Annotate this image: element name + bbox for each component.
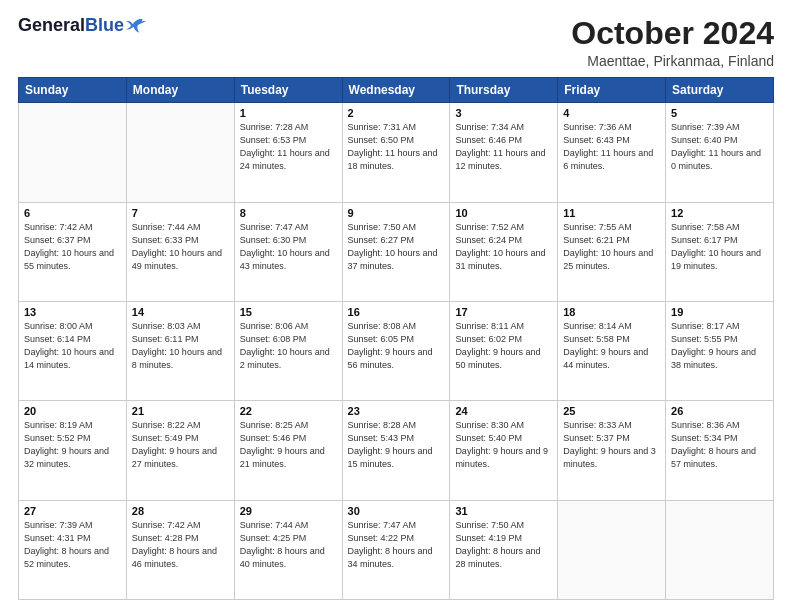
- day-detail: Sunrise: 8:11 AMSunset: 6:02 PMDaylight:…: [455, 320, 552, 372]
- day-detail: Sunrise: 7:39 AMSunset: 4:31 PMDaylight:…: [24, 519, 121, 571]
- weekday-header-wednesday: Wednesday: [342, 78, 450, 103]
- month-title: October 2024: [571, 16, 774, 51]
- day-detail: Sunrise: 7:42 AMSunset: 6:37 PMDaylight:…: [24, 221, 121, 273]
- day-number: 29: [240, 505, 337, 517]
- calendar-cell: 28Sunrise: 7:42 AMSunset: 4:28 PMDayligh…: [126, 500, 234, 599]
- day-number: 30: [348, 505, 445, 517]
- calendar-cell: 2Sunrise: 7:31 AMSunset: 6:50 PMDaylight…: [342, 103, 450, 202]
- day-detail: Sunrise: 7:31 AMSunset: 6:50 PMDaylight:…: [348, 121, 445, 173]
- day-detail: Sunrise: 8:00 AMSunset: 6:14 PMDaylight:…: [24, 320, 121, 372]
- calendar-cell: 6Sunrise: 7:42 AMSunset: 6:37 PMDaylight…: [19, 202, 127, 301]
- day-detail: Sunrise: 7:58 AMSunset: 6:17 PMDaylight:…: [671, 221, 768, 273]
- day-detail: Sunrise: 7:50 AMSunset: 6:27 PMDaylight:…: [348, 221, 445, 273]
- day-detail: Sunrise: 8:28 AMSunset: 5:43 PMDaylight:…: [348, 419, 445, 471]
- day-number: 2: [348, 107, 445, 119]
- day-number: 24: [455, 405, 552, 417]
- day-detail: Sunrise: 8:22 AMSunset: 5:49 PMDaylight:…: [132, 419, 229, 471]
- calendar-cell: 16Sunrise: 8:08 AMSunset: 6:05 PMDayligh…: [342, 301, 450, 400]
- day-number: 21: [132, 405, 229, 417]
- day-number: 19: [671, 306, 768, 318]
- calendar-cell: 9Sunrise: 7:50 AMSunset: 6:27 PMDaylight…: [342, 202, 450, 301]
- day-detail: Sunrise: 7:55 AMSunset: 6:21 PMDaylight:…: [563, 221, 660, 273]
- day-detail: Sunrise: 7:47 AMSunset: 4:22 PMDaylight:…: [348, 519, 445, 571]
- day-number: 3: [455, 107, 552, 119]
- day-number: 27: [24, 505, 121, 517]
- day-detail: Sunrise: 7:34 AMSunset: 6:46 PMDaylight:…: [455, 121, 552, 173]
- weekday-header-friday: Friday: [558, 78, 666, 103]
- calendar-page: GeneralBlue October 2024 Maenttae, Pirka…: [0, 0, 792, 612]
- weekday-header-monday: Monday: [126, 78, 234, 103]
- day-number: 1: [240, 107, 337, 119]
- day-number: 23: [348, 405, 445, 417]
- calendar-cell: 22Sunrise: 8:25 AMSunset: 5:46 PMDayligh…: [234, 401, 342, 500]
- location: Maenttae, Pirkanmaa, Finland: [571, 53, 774, 69]
- calendar-cell: [19, 103, 127, 202]
- day-detail: Sunrise: 8:03 AMSunset: 6:11 PMDaylight:…: [132, 320, 229, 372]
- logo-bird-icon: [126, 16, 146, 36]
- day-detail: Sunrise: 8:06 AMSunset: 6:08 PMDaylight:…: [240, 320, 337, 372]
- day-detail: Sunrise: 7:28 AMSunset: 6:53 PMDaylight:…: [240, 121, 337, 173]
- calendar-cell: 7Sunrise: 7:44 AMSunset: 6:33 PMDaylight…: [126, 202, 234, 301]
- weekday-header-saturday: Saturday: [666, 78, 774, 103]
- day-number: 18: [563, 306, 660, 318]
- logo-general: GeneralBlue: [18, 16, 124, 36]
- calendar-cell: 10Sunrise: 7:52 AMSunset: 6:24 PMDayligh…: [450, 202, 558, 301]
- day-detail: Sunrise: 7:44 AMSunset: 6:33 PMDaylight:…: [132, 221, 229, 273]
- calendar-table: SundayMondayTuesdayWednesdayThursdayFrid…: [18, 77, 774, 600]
- calendar-cell: 24Sunrise: 8:30 AMSunset: 5:40 PMDayligh…: [450, 401, 558, 500]
- calendar-cell: 1Sunrise: 7:28 AMSunset: 6:53 PMDaylight…: [234, 103, 342, 202]
- day-detail: Sunrise: 7:47 AMSunset: 6:30 PMDaylight:…: [240, 221, 337, 273]
- calendar-cell: 26Sunrise: 8:36 AMSunset: 5:34 PMDayligh…: [666, 401, 774, 500]
- calendar-cell: 8Sunrise: 7:47 AMSunset: 6:30 PMDaylight…: [234, 202, 342, 301]
- day-number: 14: [132, 306, 229, 318]
- calendar-cell: 11Sunrise: 7:55 AMSunset: 6:21 PMDayligh…: [558, 202, 666, 301]
- day-detail: Sunrise: 8:33 AMSunset: 5:37 PMDaylight:…: [563, 419, 660, 471]
- day-detail: Sunrise: 7:39 AMSunset: 6:40 PMDaylight:…: [671, 121, 768, 173]
- day-detail: Sunrise: 7:44 AMSunset: 4:25 PMDaylight:…: [240, 519, 337, 571]
- calendar-cell: [558, 500, 666, 599]
- day-number: 7: [132, 207, 229, 219]
- day-number: 12: [671, 207, 768, 219]
- day-number: 16: [348, 306, 445, 318]
- day-detail: Sunrise: 7:36 AMSunset: 6:43 PMDaylight:…: [563, 121, 660, 173]
- calendar-cell: 20Sunrise: 8:19 AMSunset: 5:52 PMDayligh…: [19, 401, 127, 500]
- logo: GeneralBlue: [18, 16, 146, 36]
- calendar-cell: 12Sunrise: 7:58 AMSunset: 6:17 PMDayligh…: [666, 202, 774, 301]
- calendar-cell: [126, 103, 234, 202]
- day-detail: Sunrise: 8:08 AMSunset: 6:05 PMDaylight:…: [348, 320, 445, 372]
- calendar-cell: 5Sunrise: 7:39 AMSunset: 6:40 PMDaylight…: [666, 103, 774, 202]
- day-number: 4: [563, 107, 660, 119]
- calendar-cell: 30Sunrise: 7:47 AMSunset: 4:22 PMDayligh…: [342, 500, 450, 599]
- calendar-cell: 19Sunrise: 8:17 AMSunset: 5:55 PMDayligh…: [666, 301, 774, 400]
- day-number: 26: [671, 405, 768, 417]
- day-detail: Sunrise: 8:14 AMSunset: 5:58 PMDaylight:…: [563, 320, 660, 372]
- day-number: 6: [24, 207, 121, 219]
- day-number: 25: [563, 405, 660, 417]
- day-number: 31: [455, 505, 552, 517]
- day-detail: Sunrise: 8:36 AMSunset: 5:34 PMDaylight:…: [671, 419, 768, 471]
- weekday-header-thursday: Thursday: [450, 78, 558, 103]
- day-number: 17: [455, 306, 552, 318]
- calendar-cell: 4Sunrise: 7:36 AMSunset: 6:43 PMDaylight…: [558, 103, 666, 202]
- day-number: 13: [24, 306, 121, 318]
- day-number: 22: [240, 405, 337, 417]
- day-detail: Sunrise: 8:30 AMSunset: 5:40 PMDaylight:…: [455, 419, 552, 471]
- calendar-cell: 13Sunrise: 8:00 AMSunset: 6:14 PMDayligh…: [19, 301, 127, 400]
- day-number: 9: [348, 207, 445, 219]
- day-detail: Sunrise: 8:19 AMSunset: 5:52 PMDaylight:…: [24, 419, 121, 471]
- calendar-cell: 25Sunrise: 8:33 AMSunset: 5:37 PMDayligh…: [558, 401, 666, 500]
- calendar-cell: 23Sunrise: 8:28 AMSunset: 5:43 PMDayligh…: [342, 401, 450, 500]
- header: GeneralBlue October 2024 Maenttae, Pirka…: [18, 16, 774, 69]
- day-number: 11: [563, 207, 660, 219]
- calendar-cell: 27Sunrise: 7:39 AMSunset: 4:31 PMDayligh…: [19, 500, 127, 599]
- day-number: 8: [240, 207, 337, 219]
- calendar-cell: 14Sunrise: 8:03 AMSunset: 6:11 PMDayligh…: [126, 301, 234, 400]
- calendar-cell: 15Sunrise: 8:06 AMSunset: 6:08 PMDayligh…: [234, 301, 342, 400]
- day-number: 28: [132, 505, 229, 517]
- day-number: 15: [240, 306, 337, 318]
- day-detail: Sunrise: 7:50 AMSunset: 4:19 PMDaylight:…: [455, 519, 552, 571]
- calendar-cell: [666, 500, 774, 599]
- calendar-cell: 21Sunrise: 8:22 AMSunset: 5:49 PMDayligh…: [126, 401, 234, 500]
- weekday-header-sunday: Sunday: [19, 78, 127, 103]
- day-number: 20: [24, 405, 121, 417]
